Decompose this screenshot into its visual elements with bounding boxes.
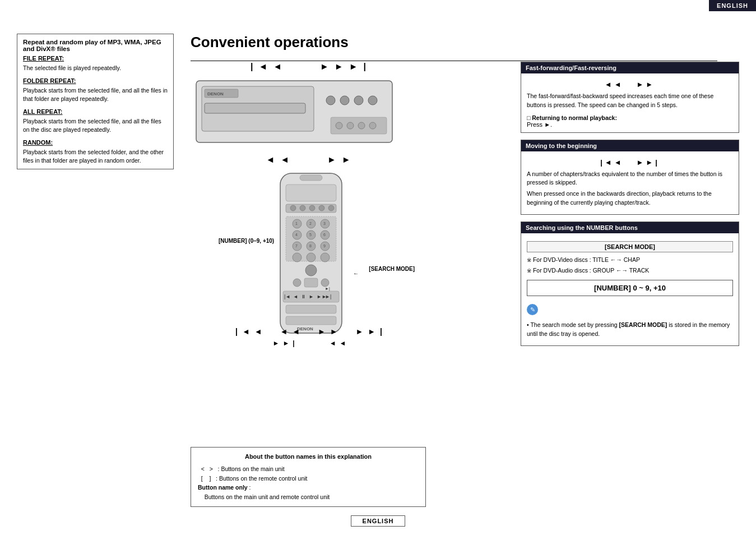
normal-playback: □ Returning to normal playback: Press ►. — [527, 114, 733, 128]
svg-point-6 — [340, 96, 349, 105]
svg-rect-16 — [286, 185, 336, 201]
center-illustrations: |◄◄ ►►►| DENON ◄◄ ►► — [191, 62, 432, 339]
moving-beginning-section: Moving to the beginning |◄◄ ►►| A number… — [521, 140, 739, 215]
search-note: • The search mode set by pressing [SEARC… — [527, 321, 733, 339]
device-top-arrows: |◄◄ ►►►| — [191, 62, 432, 72]
svg-point-44 — [321, 253, 330, 262]
svg-point-20 — [309, 205, 315, 211]
dvd-audio-line: ※ For DVD-Audio discs : GROUP ←→ TRACK — [527, 266, 733, 275]
moving-beginning-header: Moving to the beginning — [521, 140, 739, 151]
search-mode-bracket: [SEARCH MODE] — [527, 241, 733, 252]
svg-point-22 — [328, 205, 334, 211]
bottom-info-line-1: < > : Buttons on the main unit — [198, 464, 419, 474]
normal-playback-text: Press ►. — [527, 121, 552, 128]
all-repeat-heading: ALL REPEAT: — [23, 108, 168, 116]
fast-forward-symbols: ◄◄ ►► — [527, 80, 733, 89]
svg-text:5: 5 — [309, 233, 312, 237]
svg-rect-15 — [300, 175, 322, 181]
search-mode-label: [SEARCH MODE] — [369, 266, 415, 272]
svg-text:►|: ►| — [325, 294, 331, 299]
remote-transport-arrows: |◄◄ ◄◄ ►► ►►| — [235, 327, 387, 336]
right-column: Fast-forwarding/Fast-reversing ◄◄ ►► The… — [521, 62, 739, 353]
svg-text:9: 9 — [323, 244, 326, 248]
svg-text:►: ► — [309, 294, 314, 299]
svg-text:3: 3 — [323, 222, 326, 225]
remote-bottom-arrows: ►►| ◄◄ — [273, 339, 350, 347]
folder-repeat-text: Playback starts from the selected file, … — [23, 87, 168, 102]
bottom-info-line-3: Button name only : — [198, 483, 419, 492]
svg-rect-47 — [304, 278, 318, 287]
folder-repeat-heading: FOLDER REPEAT: — [23, 77, 168, 85]
dvd-player-device: DENON — [191, 75, 432, 149]
moving-beginning-symbols: |◄◄ ►►| — [527, 158, 733, 167]
remote-control-area: [NUMBER] (0–9, +10) → [SEARCH MODE] ← — [191, 170, 432, 339]
moving-beginning-bullet-2: When pressed once in the backwards direc… — [527, 190, 733, 207]
svg-text:8: 8 — [309, 244, 312, 248]
bottom-info-line-2: [ ] : Buttons on the remote control unit — [198, 474, 419, 483]
svg-rect-58 — [286, 316, 336, 325]
svg-text:◄: ◄ — [293, 294, 298, 299]
svg-point-13 — [369, 122, 376, 129]
svg-point-7 — [354, 96, 363, 105]
fast-forward-body: ◄◄ ►► The fast-forward/fast-backward spe… — [521, 73, 739, 132]
moving-beginning-body: |◄◄ ►►| A number of chapters/tracks equi… — [521, 151, 739, 214]
number-range-box: [NUMBER] 0 ~ 9, +10 — [527, 280, 733, 296]
svg-rect-4 — [205, 103, 305, 113]
svg-point-5 — [326, 96, 335, 105]
random-text: Playback starts from the selected folder… — [23, 149, 164, 164]
svg-point-10 — [336, 122, 342, 129]
svg-point-45 — [305, 265, 317, 276]
svg-text:|◄: |◄ — [284, 294, 290, 299]
device-illustration: DENON — [191, 75, 398, 148]
search-number-body: [SEARCH MODE] ※ For DVD-Video discs : TI… — [521, 233, 739, 345]
left-info-box: Repeat and random play of MP3, WMA, JPEG… — [17, 34, 174, 169]
svg-point-12 — [358, 122, 365, 129]
svg-point-48 — [321, 279, 329, 287]
dvd-video-line: ※ For DVD-Video discs : TITLE ←→ CHAP — [527, 256, 733, 265]
bottom-info-line-4: Buttons on the main unit and remote cont… — [198, 492, 419, 502]
fast-forward-bullet: The fast-forward/fast-backward speed inc… — [527, 92, 733, 110]
title-divider — [191, 61, 717, 61]
bottom-info-box: About the button names in this explanati… — [191, 447, 426, 507]
search-number-header: Searching using the NUMBER buttons — [521, 222, 739, 233]
svg-text:2: 2 — [309, 222, 312, 225]
svg-point-42 — [293, 253, 302, 262]
svg-point-18 — [290, 205, 296, 211]
bottom-english-badge: ENGLISH — [351, 515, 406, 527]
all-repeat-text: Playback starts from the selected file, … — [23, 118, 161, 133]
top-english-badge: ENGLISH — [709, 0, 756, 11]
svg-point-8 — [368, 96, 377, 105]
svg-text:⏸: ⏸ — [301, 294, 306, 299]
svg-text:DENON: DENON — [207, 91, 224, 96]
svg-text:►|: ►| — [325, 287, 330, 291]
fast-forward-section: Fast-forwarding/Fast-reversing ◄◄ ►► The… — [521, 62, 739, 133]
remote-illustration: 1 2 3 4 5 6 7 8 9 |◄ ◄ ⏸ — [272, 170, 350, 339]
device-bottom-arrows: ◄◄ ►► — [191, 155, 432, 165]
svg-text:1: 1 — [295, 222, 298, 225]
search-number-section: Searching using the NUMBER buttons [SEAR… — [521, 222, 739, 346]
pencil-icon: ✎ — [527, 304, 538, 315]
normal-playback-label: □ Returning to normal playback: — [527, 114, 617, 121]
svg-text:4: 4 — [295, 233, 298, 237]
svg-point-11 — [347, 122, 354, 129]
svg-point-19 — [300, 205, 305, 211]
svg-rect-57 — [286, 305, 336, 313]
left-box-title: Repeat and random play of MP3, WMA, JPEG… — [23, 39, 168, 52]
search-arrow: ← — [353, 270, 359, 276]
page-title: Convenient operations — [191, 34, 349, 51]
svg-point-43 — [307, 253, 316, 262]
svg-point-21 — [319, 205, 324, 211]
fast-forward-header: Fast-forwarding/Fast-reversing — [521, 62, 739, 73]
random-heading: RANDOM: — [23, 139, 168, 147]
file-repeat-text: The selected file is played repeatedly. — [23, 64, 121, 71]
svg-point-46 — [293, 279, 301, 287]
svg-text:7: 7 — [295, 244, 298, 248]
svg-text:6: 6 — [323, 233, 326, 237]
moving-beginning-bullet-1: A number of chapters/tracks equivalent t… — [527, 170, 733, 188]
file-repeat-heading: FILE REPEAT: — [23, 54, 168, 63]
bottom-info-title: About the button names in this explanati… — [198, 452, 419, 462]
